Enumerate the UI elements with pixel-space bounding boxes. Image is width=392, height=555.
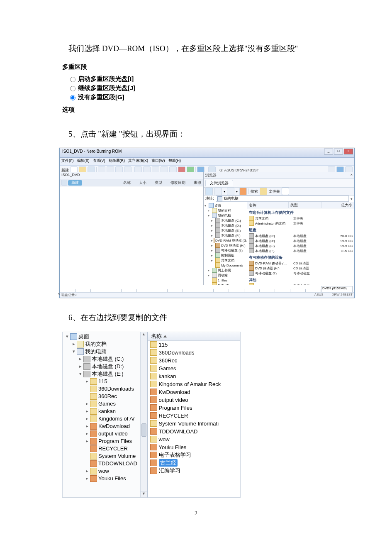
list-item[interactable]: Games — [148, 364, 240, 372]
tree-toggle-icon[interactable]: ▾ — [65, 334, 69, 339]
tree-toggle-icon[interactable]: ▾ — [72, 349, 75, 354]
list-item[interactable]: System Volume Informati — [148, 420, 240, 428]
scroll-down-icon[interactable]: ▼ — [141, 491, 147, 497]
tree-toggle-icon[interactable]: ▸ — [72, 341, 75, 347]
tree-toggle-icon[interactable]: ▸ — [211, 239, 213, 242]
list-item[interactable]: Youku Files — [148, 443, 240, 451]
capacity-combo[interactable]: DVD9 (8152MB) — [321, 286, 353, 292]
tree-toggle-icon[interactable]: ▾ — [205, 204, 208, 208]
col-header[interactable]: 名称 — [123, 180, 131, 186]
tree-toggle-icon[interactable]: ▾ — [78, 371, 82, 377]
list-item[interactable]: 360Rec — [148, 357, 240, 364]
list-item[interactable]: 本地磁盘 (E:)本地磁盘99.9 GB — [247, 243, 354, 248]
menu-item[interactable]: 刻录器(R) — [109, 159, 125, 163]
tree-item[interactable]: ▸网上邻居 — [205, 268, 246, 273]
list-item[interactable]: 本地磁盘 (F:)本地磁盘215 GB — [247, 248, 354, 253]
tree-item[interactable]: ▾桌面 — [63, 333, 146, 340]
tree-toggle-icon[interactable]: ▸ — [85, 468, 89, 474]
sort-asc-icon[interactable] — [163, 335, 167, 337]
address-combo[interactable]: 我的电脑 — [216, 196, 349, 202]
tree-toggle-icon[interactable]: ▸ — [78, 356, 82, 362]
tree-item[interactable]: ▸wow — [63, 467, 146, 475]
multisession-option[interactable]: 继续多重区段光盘[J] — [68, 83, 162, 93]
tree-toggle-icon[interactable]: ▸ — [211, 224, 214, 227]
list-item[interactable]: output video — [148, 396, 240, 404]
close-button[interactable]: × — [344, 149, 353, 154]
tree-item[interactable]: ▸本地磁盘 (C:) — [63, 355, 146, 363]
list-item[interactable]: Kingdoms of Amalur Reck — [148, 380, 240, 388]
tree-toggle-icon[interactable]: ▸ — [85, 408, 89, 414]
folders-icon[interactable] — [260, 188, 267, 195]
folder-tree[interactable]: ▾桌面▸我的文档▾我的电脑▸本地磁盘 (C:)▸本地磁盘 (D:)▸本地磁盘 (… — [204, 202, 247, 293]
file-list[interactable]: 名称 类型 总大小 在这台计算机上存储的文件共享文档文件夹Administrat… — [247, 202, 354, 293]
tree-toggle-icon[interactable]: ▸ — [211, 244, 214, 247]
col-header[interactable]: 修改日期 — [170, 180, 185, 186]
list-item[interactable]: 本地磁盘 (D:)本地磁盘99.9 GB — [247, 238, 354, 243]
scroll-up-icon[interactable]: ▲ — [141, 332, 147, 338]
list-item[interactable]: 电子表格学习 — [148, 451, 240, 459]
menu-item[interactable]: 编辑(E) — [77, 159, 90, 163]
col-header[interactable]: 来源 — [194, 180, 201, 186]
tree-item[interactable]: System Volume — [63, 452, 146, 460]
tree-item[interactable]: 1_files — [205, 278, 246, 283]
list-item[interactable]: 汇编学习 — [148, 467, 240, 475]
tree-item[interactable]: ▸Games — [63, 400, 146, 408]
tree-item[interactable]: ▸115 — [63, 378, 146, 385]
tab-file-browser[interactable]: 文件浏览器 — [205, 180, 233, 186]
menu-item[interactable]: 文件(F) — [61, 159, 74, 163]
tree-toggle-icon[interactable]: ▸ — [208, 274, 211, 277]
tree-item[interactable]: ▸我的文档 — [63, 340, 146, 348]
views-icon[interactable] — [282, 188, 289, 195]
tree-item[interactable]: My Documents — [205, 263, 246, 268]
tree-toggle-icon[interactable]: ▸ — [211, 229, 214, 232]
tree-item[interactable]: ▸本地磁盘 (D:) — [205, 223, 246, 228]
forward-icon[interactable] — [214, 188, 222, 195]
tree-item[interactable]: ▾桌面 — [205, 203, 246, 208]
radio-input[interactable] — [70, 95, 75, 100]
tree-toggle-icon[interactable]: ▸ — [211, 249, 214, 252]
tree-item[interactable]: ▸我的文档 — [205, 208, 246, 213]
multisession-option[interactable]: 没有多重区段[G] — [68, 93, 162, 102]
new-chip[interactable]: 新建 — [68, 180, 82, 186]
list-item[interactable]: TDDOWNLOAD — [148, 428, 240, 435]
tree-toggle-icon[interactable]: ▸ — [211, 259, 214, 262]
list-item[interactable]: 115 — [148, 341, 240, 349]
tree-item[interactable]: ▸可移动磁盘 (I:) — [205, 248, 246, 253]
tree-item[interactable]: ▸本地磁盘 (E:) — [205, 228, 246, 233]
tree-item[interactable]: ▸Youku Files — [63, 475, 146, 482]
back-icon[interactable] — [205, 188, 213, 195]
tree-item[interactable]: ▸Program Files — [63, 438, 146, 445]
list-item[interactable]: DVD-RAM 驱动器 (…CD 驱动器 — [247, 261, 354, 266]
radio-input[interactable] — [70, 77, 75, 82]
tree-toggle-icon[interactable]: ▸ — [211, 234, 214, 237]
list-item[interactable]: DVD 驱动器 (H:)CD 驱动器 — [247, 266, 354, 271]
list-item[interactable]: 共享文档文件夹 — [247, 216, 354, 221]
tree-item[interactable]: ▸output video — [63, 430, 146, 438]
tree-item[interactable]: 360Downloads — [63, 385, 146, 393]
tree-item[interactable]: 360Rec — [63, 393, 146, 400]
maximize-button[interactable]: □ — [334, 149, 343, 154]
col-type[interactable]: 类型 — [289, 202, 321, 208]
tree-item[interactable]: ▸本地磁盘 (C:) — [205, 218, 246, 223]
tree-item[interactable]: ▾我的电脑 — [205, 213, 246, 218]
up-icon[interactable] — [227, 188, 234, 195]
menu-item[interactable]: 窗口(W) — [151, 159, 165, 163]
explorer-tree[interactable]: ▾桌面▸我的文档▾我的电脑▸本地磁盘 (C:)▸本地磁盘 (D:)▾本地磁盘 (… — [62, 332, 148, 498]
tree-item[interactable]: ▾我的电脑 — [63, 348, 146, 355]
tree-toggle-icon[interactable]: ▸ — [85, 431, 89, 436]
burn-icon[interactable] — [239, 188, 247, 195]
list-item[interactable]: RECYCLER — [148, 412, 240, 420]
col-size[interactable]: 总大小 — [321, 202, 354, 208]
tree-toggle-icon[interactable]: ▸ — [211, 254, 214, 257]
scrollbar[interactable]: ▲ ▼ — [140, 332, 147, 497]
tree-toggle-icon[interactable]: ▸ — [85, 476, 89, 481]
tree-item[interactable]: ▾本地磁盘 (E:) — [63, 370, 146, 378]
list-item[interactable]: wow — [148, 435, 240, 443]
scroll-thumb[interactable] — [141, 423, 146, 437]
list-item[interactable]: Program Files — [148, 404, 240, 412]
tree-toggle-icon[interactable]: ▸ — [211, 219, 214, 222]
minimize-button[interactable]: _ — [324, 149, 333, 154]
menu-item[interactable]: 查看(V) — [93, 159, 105, 163]
tree-item[interactable]: ▸本地磁盘 (F:) — [205, 233, 246, 238]
tree-item[interactable]: ▸KwDownload — [63, 423, 146, 430]
